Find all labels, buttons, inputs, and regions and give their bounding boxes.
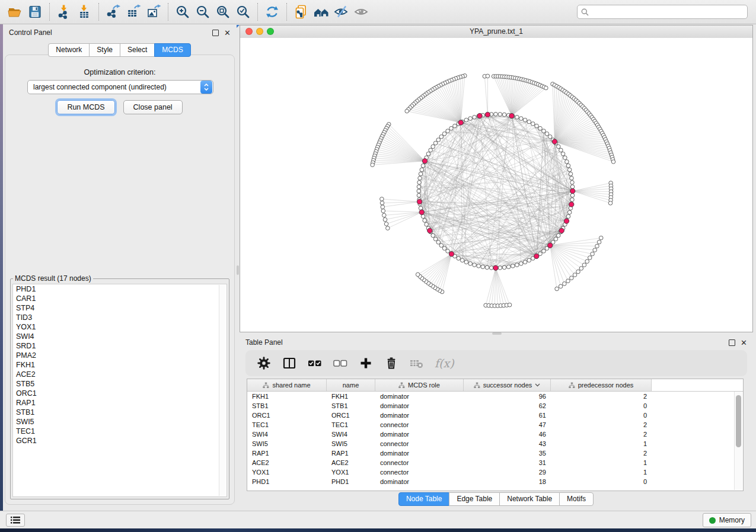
ring-node[interactable]	[567, 210, 572, 214]
ring-node[interactable]	[417, 189, 421, 193]
ring-node[interactable]	[485, 265, 489, 270]
leaf-node[interactable]	[384, 222, 388, 226]
search-input[interactable]	[591, 6, 747, 18]
ring-node[interactable]	[421, 164, 425, 168]
ring-node[interactable]	[523, 118, 527, 122]
leaf-node[interactable]	[573, 273, 577, 277]
table-row[interactable]: SWI5SWI5connector431	[247, 439, 743, 448]
mcds-result-item[interactable]: RAP1	[13, 398, 227, 408]
ring-node[interactable]	[468, 262, 473, 266]
ring-node[interactable]	[527, 258, 531, 262]
ring-node[interactable]	[556, 145, 560, 149]
list-scrollbar[interactable]	[219, 285, 226, 496]
ring-node[interactable]	[570, 176, 574, 180]
tab-mcds[interactable]: MCDS	[154, 43, 190, 57]
ring-node[interactable]	[489, 266, 493, 270]
leaf-node[interactable]	[555, 287, 559, 291]
close-panel-button[interactable]: ✕	[224, 29, 231, 37]
ring-node[interactable]	[545, 132, 549, 136]
ring-node[interactable]	[548, 134, 552, 139]
ring-node[interactable]	[502, 113, 506, 117]
ring-node[interactable]	[439, 243, 444, 248]
leaf-node[interactable]	[486, 74, 490, 78]
table-scrollbar[interactable]	[734, 392, 742, 490]
ring-node[interactable]	[439, 134, 444, 139]
leaf-node[interactable]	[597, 240, 601, 244]
vertical-splitter-handle[interactable]	[237, 265, 239, 275]
column-header-name[interactable]: name	[327, 379, 375, 391]
ring-node[interactable]	[433, 141, 438, 145]
table-row[interactable]: PHD1PHD1dominator180	[247, 477, 743, 486]
zoom-in-button[interactable]	[173, 2, 193, 21]
import-network-button[interactable]	[54, 2, 74, 21]
ring-node[interactable]	[556, 233, 560, 238]
leaf-node[interactable]	[563, 282, 567, 286]
ring-node[interactable]	[511, 264, 515, 268]
ring-node[interactable]	[457, 257, 461, 261]
ring-node[interactable]	[464, 260, 468, 264]
mcds-hub-node[interactable]	[509, 113, 514, 118]
leaf-node[interactable]	[416, 273, 420, 277]
mcds-hub-node[interactable]	[559, 228, 564, 233]
ring-node[interactable]	[417, 185, 421, 189]
ring-node[interactable]	[423, 219, 427, 223]
ring-node[interactable]	[473, 116, 477, 120]
export-image-button[interactable]	[143, 2, 164, 21]
mcds-result-item[interactable]: ORC1	[13, 389, 227, 398]
task-history-button[interactable]	[6, 514, 25, 527]
leaf-node[interactable]	[380, 201, 384, 205]
column-header-predecessor-nodes[interactable]: predecessor nodes	[551, 379, 652, 391]
tab-edge-table[interactable]: Edge Table	[449, 492, 500, 506]
tab-network-table[interactable]: Network Table	[499, 492, 560, 506]
leaf-node[interactable]	[579, 267, 583, 271]
table-row[interactable]: FKH1FKH1dominator962	[247, 392, 743, 401]
leaf-node[interactable]	[576, 270, 580, 274]
mcds-result-item[interactable]: STP4	[13, 303, 227, 313]
mcds-result-item[interactable]: STB5	[13, 379, 227, 389]
ring-node[interactable]	[542, 129, 546, 133]
select-all-columns-button[interactable]	[307, 355, 323, 371]
mcds-hub-node[interactable]	[449, 252, 454, 257]
ring-node[interactable]	[506, 265, 511, 269]
leaf-node[interactable]	[585, 259, 589, 264]
mcds-result-item[interactable]: PMA2	[13, 351, 227, 360]
ring-node[interactable]	[570, 185, 575, 189]
show-all-button[interactable]	[352, 2, 372, 21]
leaf-node[interactable]	[588, 256, 592, 260]
zoom-selected-button[interactable]	[233, 2, 253, 21]
ring-node[interactable]	[519, 117, 524, 121]
ring-node[interactable]	[446, 249, 450, 254]
ring-node[interactable]	[502, 265, 506, 270]
ring-node[interactable]	[566, 164, 570, 168]
mcds-hub-node[interactable]	[564, 219, 569, 223]
leaf-node[interactable]	[566, 279, 570, 283]
ring-node[interactable]	[561, 152, 565, 156]
ring-node[interactable]	[433, 237, 438, 241]
ring-node[interactable]	[431, 233, 435, 238]
tab-node-table[interactable]: Node Table	[398, 492, 450, 506]
leaf-node[interactable]	[611, 160, 615, 164]
leaf-node[interactable]	[608, 201, 613, 206]
mcds-result-item[interactable]: TID3	[13, 313, 227, 322]
ring-node[interactable]	[535, 124, 539, 128]
ring-node[interactable]	[473, 263, 477, 267]
leaf-node[interactable]	[599, 236, 603, 240]
zoom-out-button[interactable]	[193, 2, 213, 21]
mcds-hub-node[interactable]	[458, 120, 463, 125]
ring-node[interactable]	[559, 148, 563, 152]
ring-node[interactable]	[563, 156, 567, 160]
ring-node[interactable]	[515, 116, 519, 120]
mcds-hub-node[interactable]	[570, 188, 575, 193]
deselect-all-columns-button[interactable]	[333, 355, 348, 371]
table-row[interactable]: TEC1TEC1connector472	[247, 420, 743, 430]
table-row[interactable]: YOX1YOX1connector291	[247, 467, 743, 477]
leaf-node[interactable]	[582, 263, 586, 267]
leaf-node[interactable]	[559, 284, 563, 289]
mcds-result-item[interactable]: SWI5	[13, 417, 227, 427]
ring-node[interactable]	[515, 263, 519, 267]
add-column-button[interactable]	[358, 355, 374, 371]
leaf-node[interactable]	[381, 205, 385, 209]
settings-button[interactable]	[256, 355, 272, 371]
leaf-node[interactable]	[544, 86, 548, 90]
mcds-hub-node[interactable]	[485, 112, 490, 117]
